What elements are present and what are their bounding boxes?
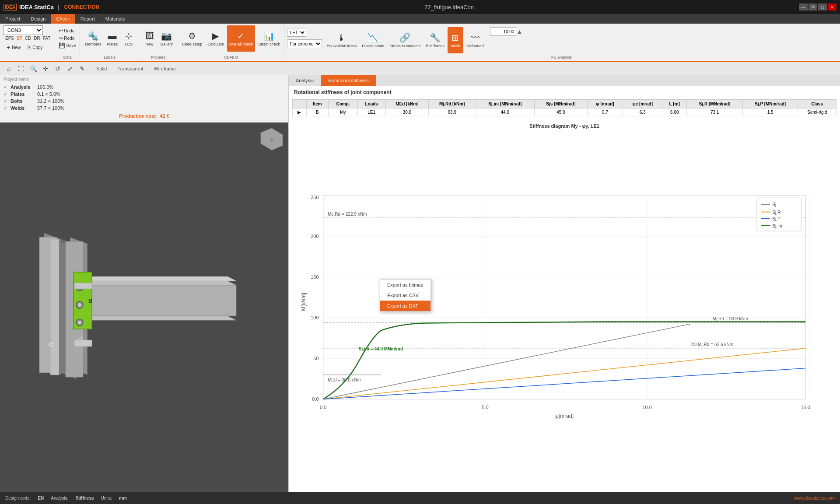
logo-icon: IDEA <box>4 4 17 10</box>
con-select[interactable]: CON3 <box>4 25 43 35</box>
statusbar: Design code: EN Analysis: Stiffness Unit… <box>0 492 840 504</box>
view-solid-btn[interactable]: Solid <box>93 65 110 72</box>
menu-report[interactable]: Report <box>75 14 100 24</box>
analysis-item: ✓ Analysis 100.0% <box>4 84 285 91</box>
strain-check-btn[interactable]: 📊 Strain check <box>256 25 282 52</box>
dr-btn[interactable]: DR <box>34 36 40 41</box>
new-picture-btn[interactable]: 🖼 New <box>142 25 158 52</box>
new-btn[interactable]: + New <box>4 42 24 53</box>
ctx-export-dxf[interactable]: Export as DXF <box>380 301 430 311</box>
ctx-export-bitmap[interactable]: Export as bitmap <box>380 280 430 290</box>
svg-text:Sj: Sj <box>772 202 776 207</box>
refresh-btn[interactable]: ↺ <box>52 63 63 74</box>
cell-mjrd: 93.9 <box>429 108 476 116</box>
menu-materials[interactable]: Materials <box>100 14 130 24</box>
cell-class: Semi-rigid <box>798 108 836 116</box>
col-phic: φc [mrad] <box>623 100 662 108</box>
redo-btn[interactable]: ↪ Redo <box>57 35 76 42</box>
eps-btn[interactable]: EPS <box>5 36 14 41</box>
svg-text:φ[mrad]: φ[mrad] <box>555 413 574 419</box>
draw-btn[interactable]: ✎ <box>77 63 88 74</box>
stress-contacts-btn[interactable]: 🔗 Stress in contacts <box>387 27 423 53</box>
website-link[interactable]: www.ideastatica.com <box>794 496 835 500</box>
mesh-btn[interactable]: ⊞ Mesh <box>448 27 463 53</box>
plates-check-icon: ✓ <box>4 91 8 97</box>
load-combo-select[interactable]: LE1 <box>287 28 306 37</box>
code-setup-btn[interactable]: ⚙ Code setup <box>180 25 204 52</box>
ctx-export-csv[interactable]: Export as CSV <box>380 290 430 301</box>
overall-check-btn[interactable]: ✓ Overall check <box>227 25 256 52</box>
main-content: Project items ✓ Analysis 100.0% ✓ Plates… <box>0 75 840 492</box>
maximize-button[interactable]: ⧉ <box>808 4 817 10</box>
app-logo: IDEA IDEA StatiCa | CONNECTION <box>4 4 99 10</box>
svg-text:Sj,R: Sj,R <box>772 210 780 215</box>
view-transparent-btn[interactable]: Transparent <box>114 65 147 72</box>
fat-btn[interactable]: FAT <box>43 36 51 41</box>
cell-loads: LE1 <box>357 108 385 116</box>
svg-text:⬡: ⬡ <box>270 137 274 142</box>
tab-rotational-stiffness[interactable]: Rotational stiffness <box>321 75 376 86</box>
plastic-strain-btn[interactable]: 📉 Plastic strain <box>360 27 386 53</box>
svg-marker-10 <box>79 276 236 281</box>
3d-model: B C <box>31 211 258 403</box>
bolt-forces-btn[interactable]: 🔧 Bolt forces <box>424 27 447 53</box>
svg-text:Sj,P: Sj,P <box>772 217 780 221</box>
navigation-cube[interactable]: ⬡ <box>259 126 285 152</box>
lcs-btn[interactable]: ⊹ LCS <box>121 25 137 52</box>
window-controls[interactable]: — ⧉ □ ✕ <box>799 4 836 10</box>
pan-btn[interactable]: ✛ <box>40 63 51 74</box>
close-button[interactable]: ✕ <box>828 4 836 10</box>
equivalent-stress-btn[interactable]: 🌡 Equivalent stress <box>325 27 359 53</box>
svg-point-15 <box>78 303 81 307</box>
svg-text:Mc,Rd = 222.9 kNm: Mc,Rd = 222.9 kNm <box>328 212 367 217</box>
cell-sjp: 1.5 <box>742 108 798 116</box>
svg-text:10.0: 10.0 <box>642 405 652 410</box>
welds-label: Welds <box>10 105 35 111</box>
st-btn[interactable]: ST <box>17 36 22 41</box>
value-input[interactable] <box>490 27 516 36</box>
fit-btn[interactable]: ⤢ <box>65 63 75 74</box>
col-med: MEd [kNm] <box>385 100 428 108</box>
con-selector-group: CON3 EPS ST CD DR FAT + New ⎘ Copy <box>2 24 54 60</box>
extreme-select[interactable]: For extreme <box>287 39 322 48</box>
restore-button[interactable]: □ <box>818 4 827 10</box>
copy-btn[interactable]: ⎘ Copy <box>24 42 46 53</box>
search-tool-btn[interactable]: 🔍 <box>28 63 38 74</box>
save-btn[interactable]: 💾 Save <box>57 42 78 49</box>
svg-marker-9 <box>79 316 236 320</box>
cd-btn[interactable]: CD <box>25 36 31 41</box>
cbfem-group: ⚙ Code setup ▶ Calculate ✓ Overall check… <box>178 24 284 60</box>
analysis-sb-value: Stiffness <box>75 496 94 500</box>
undo-btn[interactable]: ↩ Undo <box>57 27 76 34</box>
svg-marker-20 <box>74 340 92 346</box>
zoom-btn[interactable]: ⛶ <box>16 63 26 74</box>
deformed-btn[interactable]: 〰 Deformed <box>464 27 486 53</box>
plates-label: Plates <box>10 91 35 97</box>
tab-analysis[interactable]: Analysis <box>289 75 321 86</box>
svg-marker-8 <box>88 285 236 316</box>
svg-text:0.0: 0.0 <box>312 396 318 402</box>
menu-design[interactable]: Design <box>25 14 51 24</box>
project-items-title: Project items <box>4 77 285 82</box>
menu-project[interactable]: Project <box>0 14 25 24</box>
svg-text:250: 250 <box>311 195 319 200</box>
view-wireframe-btn[interactable]: Wireframe <box>150 65 179 72</box>
col-sjs: Sjs [MNm/rad] <box>534 100 587 108</box>
col-item: Item <box>306 100 329 108</box>
plates-btn[interactable]: ▬ Plates <box>105 25 120 52</box>
chart-title: Stiffness diagram My - φy, LE1 <box>292 123 836 129</box>
svg-text:Sj,ini: Sj,ini <box>772 224 782 228</box>
members-btn[interactable]: 🔩 Members <box>83 25 104 52</box>
cell-expand[interactable]: ▶ <box>293 108 307 116</box>
gallery-btn[interactable]: 📷 Gallery <box>158 25 175 52</box>
view-buttons: Solid Transparent Wireframe <box>93 65 179 72</box>
home-btn[interactable]: ⌂ <box>4 63 14 74</box>
col-expand <box>293 100 307 108</box>
viewport[interactable]: B C ⬡ <box>0 122 288 492</box>
calculate-btn[interactable]: ▶ Calculate <box>205 25 226 52</box>
svg-point-17 <box>78 321 81 324</box>
minimize-button[interactable]: — <box>799 4 808 10</box>
svg-text:5.0: 5.0 <box>482 405 488 410</box>
menu-check[interactable]: Check <box>51 14 75 24</box>
table-row[interactable]: ▶ B My LE1 30.0 93.9 44.0 45.0 0.7 6.3 6… <box>293 108 836 116</box>
